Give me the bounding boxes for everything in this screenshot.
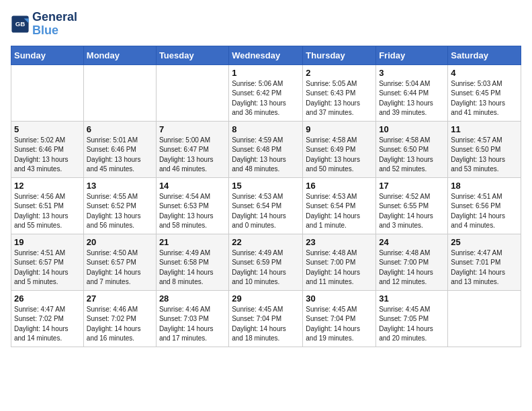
calendar-week-5: 26Sunrise: 4:47 AM Sunset: 7:02 PM Dayli… [11,290,521,347]
calendar-week-2: 5Sunrise: 5:02 AM Sunset: 6:46 PM Daylig… [11,121,521,177]
calendar-cell: 14Sunrise: 4:54 AM Sunset: 6:53 PM Dayli… [156,177,228,234]
calendar-cell: 23Sunrise: 4:48 AM Sunset: 7:00 PM Dayli… [303,234,376,290]
day-info: Sunrise: 5:05 AM Sunset: 6:43 PM Dayligh… [306,79,373,118]
calendar-week-4: 19Sunrise: 4:51 AM Sunset: 6:57 PM Dayli… [11,234,521,290]
day-number: 3 [379,68,445,78]
day-info: Sunrise: 4:53 AM Sunset: 6:54 PM Dayligh… [306,192,373,231]
day-number: 11 [451,124,518,134]
day-info: Sunrise: 5:00 AM Sunset: 6:47 PM Dayligh… [159,136,226,175]
day-info: Sunrise: 5:02 AM Sunset: 6:46 PM Dayligh… [14,136,81,175]
day-number: 20 [87,237,153,247]
calendar-cell: 31Sunrise: 4:45 AM Sunset: 7:05 PM Dayli… [376,290,448,347]
calendar-cell: 9Sunrise: 4:58 AM Sunset: 6:49 PM Daylig… [303,121,376,177]
calendar-header-sunday: Sunday [11,46,84,64]
day-info: Sunrise: 4:54 AM Sunset: 6:53 PM Dayligh… [159,192,226,231]
logo: GB GeneralBlue [11,11,77,38]
day-number: 27 [87,293,153,304]
day-info: Sunrise: 5:03 AM Sunset: 6:45 PM Dayligh… [451,79,518,118]
day-info: Sunrise: 4:49 AM Sunset: 6:59 PM Dayligh… [232,248,300,287]
day-number: 17 [379,181,445,191]
calendar-header-wednesday: Wednesday [229,46,303,64]
calendar-cell [448,290,521,347]
day-number: 31 [379,293,445,304]
day-info: Sunrise: 4:46 AM Sunset: 7:02 PM Dayligh… [87,305,153,344]
calendar-week-3: 12Sunrise: 4:56 AM Sunset: 6:51 PM Dayli… [11,177,521,234]
calendar-cell: 16Sunrise: 4:53 AM Sunset: 6:54 PM Dayli… [303,177,376,234]
calendar-header-row: SundayMondayTuesdayWednesdayThursdayFrid… [11,46,521,64]
day-info: Sunrise: 4:45 AM Sunset: 7:05 PM Dayligh… [379,305,445,344]
day-number: 24 [379,237,445,247]
calendar-cell: 26Sunrise: 4:47 AM Sunset: 7:02 PM Dayli… [11,290,84,347]
calendar-cell: 21Sunrise: 4:49 AM Sunset: 6:58 PM Dayli… [156,234,228,290]
calendar-cell: 25Sunrise: 4:47 AM Sunset: 7:01 PM Dayli… [448,234,521,290]
calendar-cell: 8Sunrise: 4:59 AM Sunset: 6:48 PM Daylig… [229,121,303,177]
day-number: 25 [451,237,518,247]
calendar-cell: 28Sunrise: 4:46 AM Sunset: 7:03 PM Dayli… [156,290,228,347]
calendar-cell: 30Sunrise: 4:45 AM Sunset: 7:04 PM Dayli… [303,290,376,347]
day-number: 8 [232,124,300,134]
day-number: 5 [14,124,81,134]
day-number: 28 [159,293,226,304]
day-number: 4 [451,68,518,78]
day-number: 7 [159,124,226,134]
day-number: 23 [306,237,373,247]
svg-text:GB: GB [15,20,26,28]
logo-icon: GB [11,15,30,34]
page-header: GB GeneralBlue [11,11,521,38]
day-info: Sunrise: 4:53 AM Sunset: 6:54 PM Dayligh… [232,192,300,231]
calendar-header-friday: Friday [376,46,448,64]
calendar-week-1: 1Sunrise: 5:06 AM Sunset: 6:42 PM Daylig… [11,64,521,121]
day-number: 10 [379,124,445,134]
calendar-cell: 27Sunrise: 4:46 AM Sunset: 7:02 PM Dayli… [83,290,156,347]
day-info: Sunrise: 4:46 AM Sunset: 7:03 PM Dayligh… [159,305,226,344]
day-number: 12 [14,181,81,191]
day-number: 18 [451,181,518,191]
calendar-cell: 10Sunrise: 4:58 AM Sunset: 6:50 PM Dayli… [376,121,448,177]
calendar-cell: 24Sunrise: 4:48 AM Sunset: 7:00 PM Dayli… [376,234,448,290]
calendar-cell: 5Sunrise: 5:02 AM Sunset: 6:46 PM Daylig… [11,121,84,177]
day-number: 2 [306,68,373,78]
day-info: Sunrise: 5:01 AM Sunset: 6:46 PM Dayligh… [87,136,153,175]
day-number: 19 [14,237,81,247]
day-number: 21 [159,237,226,247]
calendar-cell: 17Sunrise: 4:52 AM Sunset: 6:55 PM Dayli… [376,177,448,234]
calendar-cell: 4Sunrise: 5:03 AM Sunset: 6:45 PM Daylig… [448,64,521,121]
calendar-cell: 13Sunrise: 4:55 AM Sunset: 6:52 PM Dayli… [83,177,156,234]
day-info: Sunrise: 4:58 AM Sunset: 6:50 PM Dayligh… [379,136,445,175]
day-number: 22 [232,237,300,247]
day-number: 9 [306,124,373,134]
calendar-cell: 12Sunrise: 4:56 AM Sunset: 6:51 PM Dayli… [11,177,84,234]
calendar-cell: 19Sunrise: 4:51 AM Sunset: 6:57 PM Dayli… [11,234,84,290]
calendar-header-saturday: Saturday [448,46,521,64]
logo-text: GeneralBlue [32,11,77,38]
day-info: Sunrise: 4:58 AM Sunset: 6:49 PM Dayligh… [306,136,373,175]
calendar-header-thursday: Thursday [303,46,376,64]
day-info: Sunrise: 5:06 AM Sunset: 6:42 PM Dayligh… [232,79,300,118]
day-info: Sunrise: 4:59 AM Sunset: 6:48 PM Dayligh… [232,136,300,175]
day-info: Sunrise: 4:55 AM Sunset: 6:52 PM Dayligh… [87,192,153,231]
day-info: Sunrise: 4:45 AM Sunset: 7:04 PM Dayligh… [306,305,373,344]
day-info: Sunrise: 4:51 AM Sunset: 6:57 PM Dayligh… [14,248,81,287]
calendar-header-tuesday: Tuesday [156,46,228,64]
calendar-cell: 11Sunrise: 4:57 AM Sunset: 6:50 PM Dayli… [448,121,521,177]
calendar-table: SundayMondayTuesdayWednesdayThursdayFrid… [11,46,521,347]
day-number: 16 [306,181,373,191]
day-number: 30 [306,293,373,304]
day-info: Sunrise: 4:48 AM Sunset: 7:00 PM Dayligh… [306,248,373,287]
day-number: 6 [87,124,153,134]
calendar-cell: 3Sunrise: 5:04 AM Sunset: 6:44 PM Daylig… [376,64,448,121]
day-info: Sunrise: 5:04 AM Sunset: 6:44 PM Dayligh… [379,79,445,118]
day-info: Sunrise: 4:49 AM Sunset: 6:58 PM Dayligh… [159,248,226,287]
calendar-cell: 20Sunrise: 4:50 AM Sunset: 6:57 PM Dayli… [83,234,156,290]
day-info: Sunrise: 4:56 AM Sunset: 6:51 PM Dayligh… [14,192,81,231]
day-number: 13 [87,181,153,191]
day-number: 1 [232,68,300,78]
day-info: Sunrise: 4:51 AM Sunset: 6:56 PM Dayligh… [451,192,518,231]
day-info: Sunrise: 4:50 AM Sunset: 6:57 PM Dayligh… [87,248,153,287]
calendar-cell [156,64,228,121]
calendar-cell: 1Sunrise: 5:06 AM Sunset: 6:42 PM Daylig… [229,64,303,121]
day-info: Sunrise: 4:45 AM Sunset: 7:04 PM Dayligh… [232,305,300,344]
day-number: 26 [14,293,81,304]
calendar-cell [83,64,156,121]
calendar-cell: 29Sunrise: 4:45 AM Sunset: 7:04 PM Dayli… [229,290,303,347]
